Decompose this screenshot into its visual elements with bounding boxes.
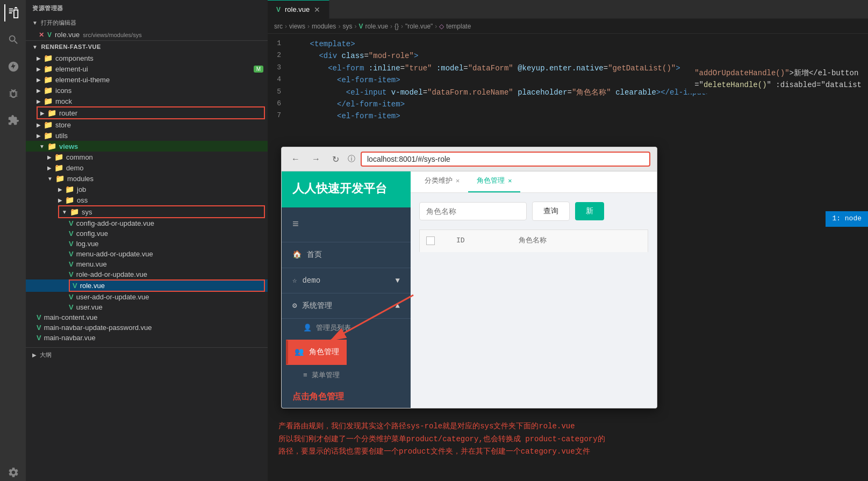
code-right-line-2: ="deleteHandle()" :disabled="dataList (694, 79, 862, 91)
file-role-add-or-update[interactable]: V role-add-or-update.vue (26, 269, 268, 279)
new-button[interactable]: 新 (575, 202, 604, 220)
annotation-line2: 所以我们刚才创建了一个分类维护菜单product/category,也会转换成 … (278, 433, 857, 446)
folder-item-icons[interactable]: ▶ 📁 icons (26, 85, 268, 96)
extensions-icon[interactable] (4, 112, 21, 129)
folder-item-oss[interactable]: ▶ 📁 oss (26, 195, 268, 205)
git-icon[interactable] (4, 58, 21, 75)
file-log[interactable]: V log.vue (26, 239, 268, 249)
webapp-nav-role[interactable]: 👥 角色管理 (286, 340, 347, 364)
code-line-7: 7 <el-form-item> (268, 110, 868, 122)
folder-item-components[interactable]: ▶ 📁 components (26, 53, 268, 63)
browser-reload-button[interactable]: ↻ (329, 153, 342, 166)
folder-item-demo[interactable]: ▶ 📁 demo (26, 162, 268, 173)
browser-overlay: ← → ↻ ⓘ 人人快速开发平台 ≡ 🏠 首页 (281, 147, 657, 408)
breadcrumb-file-icon: V (358, 23, 363, 30)
vue-icon: V (69, 250, 74, 258)
query-button[interactable]: 查询 (532, 202, 570, 221)
file-main-navbar[interactable]: V main-navbar.vue (26, 333, 268, 343)
bottom-annotation: 产看路由规则，我们发现其实这个路径sys-role就是对应的sys文件夹下面的r… (268, 398, 868, 481)
role-icon: 👥 (295, 346, 304, 358)
tab-close-button[interactable]: ✕ (314, 5, 320, 14)
breadcrumb-template-icon: ◇ (439, 23, 444, 30)
folder-item-utils[interactable]: ▶ 📁 utils (26, 130, 268, 141)
browser-content: 人人快速开发平台 ≡ 🏠 首页 ☆ demo ▼ (282, 171, 657, 408)
open-editor-item[interactable]: ✕ V role.vue src/views/modules/sys (26, 29, 268, 40)
folder-icon: 📁 (44, 64, 53, 73)
folder-item-router[interactable]: ▶ 📁 router (37, 106, 265, 119)
vue-icon: V (69, 229, 74, 238)
explorer-icon[interactable] (4, 4, 21, 21)
webapp-nav-system[interactable]: ⚙ 系统管理 ▲ (282, 293, 411, 319)
folder-item-modules[interactable]: ▼ 📁 modules (26, 173, 268, 184)
webapp-main-content: 分类维护 ✕ 角色管理 ✕ 查询 (411, 171, 657, 408)
folder-icon: 📁 (54, 163, 63, 172)
open-file-path: src/views/modules/sys (83, 32, 141, 38)
project-name[interactable]: ▼ RENREN-FAST-VUE (26, 41, 268, 53)
folder-icon: 📁 (55, 174, 64, 183)
folder-icon: 📁 (44, 86, 53, 95)
outline-label: 大纲 (40, 351, 52, 359)
folder-item-element-ui-theme[interactable]: ▶ 📁 element-ui-theme (26, 74, 268, 85)
webapp-tab-category[interactable]: 分类维护 ✕ (416, 171, 468, 192)
code-editor[interactable]: 1 <template> 2 <div class="mod-role"> 3 … (268, 34, 868, 481)
vue-icon: V (37, 324, 41, 332)
webapp-nav-home[interactable]: 🏠 首页 (282, 242, 411, 268)
role-name-input[interactable] (419, 202, 527, 220)
search-icon[interactable] (4, 31, 21, 48)
breadcrumb: src › views › modules › sys › V role.vue… (268, 19, 868, 34)
folder-item-mock[interactable]: ▶ 📁 mock (26, 96, 268, 106)
open-editors-label: 打开的编辑器 (41, 19, 76, 27)
folder-icon: 📁 (44, 75, 53, 84)
file-user[interactable]: V user.vue (26, 302, 268, 312)
col-rolename: 角色名称 (519, 235, 547, 247)
editor-tab-role-vue[interactable]: V role.vue ✕ (268, 0, 329, 19)
folder-icon: 📁 (47, 142, 56, 150)
webapp-tab-role[interactable]: 角色管理 ✕ (468, 171, 520, 192)
menu-icon: ≡ (303, 371, 307, 379)
browser-forward-button[interactable]: → (309, 153, 324, 165)
vue-icon: V (69, 240, 74, 248)
folder-item-views[interactable]: ▼ 📁 views (37, 141, 268, 152)
file-menu-add-or-update[interactable]: V menu-add-or-update.vue (26, 249, 268, 259)
webapp-menu-toggle[interactable]: ≡ (282, 207, 411, 242)
browser-url-input[interactable] (361, 152, 650, 167)
open-file-label: role.vue (55, 31, 80, 39)
folder-icon: 📁 (47, 109, 56, 117)
folder-item-store[interactable]: ▶ 📁 store (26, 119, 268, 130)
file-main-content[interactable]: V main-content.vue (26, 312, 268, 322)
expand-icon-sys: ▲ (396, 300, 400, 312)
breadcrumb-src: src (274, 23, 283, 30)
file-main-navbar-update-password[interactable]: V main-navbar-update-password.vue (26, 322, 268, 333)
vue-icon: V (69, 219, 74, 227)
webapp-nav-demo[interactable]: ☆ demo ▼ (282, 268, 411, 293)
webapp-nav-menu[interactable]: ≡ 菜单管理 (282, 366, 411, 386)
file-menu[interactable]: V menu.vue (26, 259, 268, 269)
browser-back-button[interactable]: ← (288, 153, 303, 165)
settings-icon[interactable] (4, 464, 21, 481)
outline-section[interactable]: ▶ 大纲 (26, 347, 268, 361)
select-all-checkbox[interactable] (426, 236, 435, 245)
webapp-nav-admin-list[interactable]: 👤 管理员列表 (282, 319, 411, 339)
folder-item-sys[interactable]: ▼ 📁 sys (58, 205, 265, 218)
breadcrumb-braces: {} (394, 23, 399, 30)
tab-close-role[interactable]: ✕ (508, 176, 512, 186)
file-user-add-or-update[interactable]: V user-add-or-update.vue (26, 292, 268, 302)
close-icon[interactable]: ✕ (39, 31, 44, 39)
file-explorer-panel: 资源管理器 ▼ 打开的编辑器 ✕ V role.vue src/views/mo… (26, 0, 268, 481)
code-right-line-1: "addOrUpdateHandle()">新增</el-button (694, 67, 862, 79)
debug-icon[interactable] (4, 85, 21, 102)
webapp-header: 人人快速开发平台 (282, 171, 411, 207)
file-config-add-or-update[interactable]: V config-add-or-update.vue (26, 218, 268, 228)
webapp-tabs: 分类维护 ✕ 角色管理 ✕ (411, 171, 657, 193)
col-id: ID (456, 235, 465, 247)
file-config[interactable]: V config.vue (26, 228, 268, 239)
open-editors-toggle[interactable]: ▼ 打开的编辑器 (26, 17, 268, 29)
folder-item-job[interactable]: ▶ 📁 job (26, 184, 268, 195)
folder-item-common[interactable]: ▶ 📁 common (26, 152, 268, 162)
browser-info-icon: ⓘ (348, 153, 355, 165)
home-icon: 🏠 (292, 249, 302, 261)
expand-icon: ▼ (396, 275, 400, 286)
folder-item-element-ui[interactable]: ▶ 📁 element-ui M (26, 63, 268, 74)
file-role-vue[interactable]: V role.vue (69, 279, 265, 292)
tab-close-category[interactable]: ✕ (456, 176, 460, 186)
